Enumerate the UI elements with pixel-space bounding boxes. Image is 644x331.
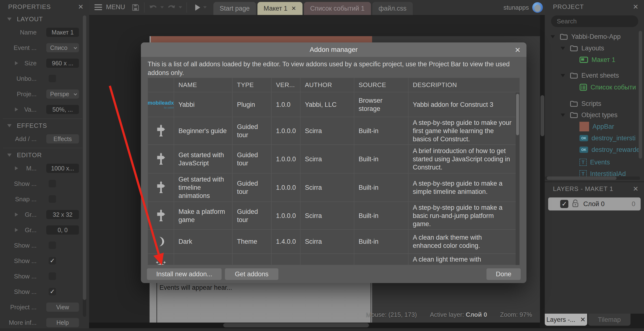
column-header[interactable]: SOURCE bbox=[354, 78, 408, 92]
addon-row[interactable]: Make a platform gameGuided tour1.0.0.0Sc… bbox=[148, 202, 520, 230]
addon-icon-cell: mobileadxby yabbi bbox=[148, 92, 174, 117]
unlock-icon[interactable] bbox=[572, 199, 579, 208]
property-value-field[interactable]: Макет 1 bbox=[46, 28, 79, 37]
undo-icon[interactable] bbox=[149, 4, 158, 12]
property-value-field[interactable]: 0, 0 bbox=[46, 225, 79, 235]
property-checkbox[interactable] bbox=[49, 272, 56, 280]
addon-row[interactable]: Beginner's guideGuided tour1.0.0.0Scirra… bbox=[148, 117, 520, 145]
addon-row[interactable]: Get started with JavaScriptGuided tour1.… bbox=[148, 145, 520, 174]
play-dropdown-icon[interactable] bbox=[203, 6, 207, 9]
column-header[interactable] bbox=[148, 78, 174, 92]
section-header-editor[interactable]: EDITOR bbox=[0, 149, 89, 161]
tab-start[interactable]: Start page bbox=[214, 2, 256, 15]
property-row: M...1000 x... bbox=[0, 161, 89, 176]
redo-icon[interactable] bbox=[167, 4, 176, 12]
property-dropdown[interactable]: Списо bbox=[46, 43, 79, 52]
addon-row[interactable]: mobileadxby yabbiYabbiPlugin1.0.0Yabbi, … bbox=[148, 92, 520, 117]
tab-layers[interactable]: Layers -... ✕ bbox=[545, 314, 587, 326]
property-row: Va...50%, ... bbox=[0, 102, 89, 117]
chevron-down-icon[interactable] bbox=[561, 74, 565, 77]
property-checkbox[interactable] bbox=[49, 195, 56, 203]
tree-item-макет-1[interactable]: Макет 1 bbox=[545, 55, 640, 65]
tree-item-destroy-intersti[interactable]: OKdestroy_intersti bbox=[545, 133, 640, 143]
chevron-down-icon[interactable] bbox=[561, 114, 565, 117]
status-active-layer: Active layer: Слой 0 bbox=[430, 311, 487, 318]
property-button-help[interactable]: Help bbox=[46, 318, 79, 327]
tree-item-destroy-rewarde[interactable]: OKdestroy_rewarde bbox=[545, 144, 640, 155]
play-icon[interactable] bbox=[194, 4, 201, 12]
tree-item-scripts[interactable]: Scripts bbox=[545, 98, 640, 109]
tree-item-event-sheets[interactable]: Event sheets bbox=[545, 70, 640, 81]
avatar[interactable] bbox=[532, 2, 543, 13]
column-header[interactable]: TYPE bbox=[233, 78, 272, 92]
undo-dropdown-icon[interactable] bbox=[160, 6, 164, 9]
property-checkbox[interactable] bbox=[49, 180, 56, 187]
chevron-down-icon[interactable] bbox=[561, 47, 565, 50]
property-value-field[interactable]: 32 x 32 bbox=[46, 210, 79, 219]
close-icon[interactable]: ✕ bbox=[292, 5, 296, 12]
user-box[interactable]: stunapps bbox=[503, 0, 543, 15]
column-header[interactable]: NAME bbox=[174, 78, 233, 92]
addon-cell: A clean dark theme with enhanced color c… bbox=[408, 230, 516, 253]
column-header[interactable]: VER... bbox=[272, 78, 300, 92]
tree-item-yabbi-demo-app[interactable]: Yabbi-Demo-App bbox=[545, 31, 640, 42]
redo-dropdown-icon[interactable] bbox=[179, 6, 182, 9]
search-input[interactable] bbox=[551, 16, 638, 27]
table-vscrollbar-thumb[interactable] bbox=[516, 94, 519, 135]
property-button-view[interactable]: View bbox=[46, 302, 79, 312]
tree-item-appbar[interactable]: AppBar bbox=[545, 121, 640, 132]
folder-icon bbox=[570, 72, 578, 79]
addon-manager-dialog: Addon manager ✕ This is a list of all ad… bbox=[141, 43, 526, 283]
addon-row[interactable]: DarkTheme1.4.0.0ScirraBuilt-inA clean da… bbox=[148, 230, 520, 254]
canvas-vscrollbar-track[interactable] bbox=[540, 15, 545, 328]
project-hscrollbar-thumb[interactable] bbox=[547, 176, 616, 180]
tab-css[interactable]: файл.css bbox=[372, 2, 413, 15]
canvas-hscrollbar-thumb[interactable] bbox=[223, 323, 369, 327]
layer-visibility-checkbox[interactable]: ✓ bbox=[560, 200, 568, 208]
addon-row[interactable]: A clean light theme with bbox=[148, 254, 520, 265]
tab-tilemap[interactable]: Tilemap bbox=[588, 314, 630, 326]
close-icon[interactable]: ✕ bbox=[78, 3, 84, 11]
menu-button[interactable]: MENU bbox=[94, 3, 125, 11]
close-icon[interactable]: ✕ bbox=[633, 3, 639, 11]
addon-row[interactable]: Get started with timeline animationsGuid… bbox=[148, 174, 520, 202]
property-value-field[interactable]: 50%, ... bbox=[46, 105, 79, 114]
save-icon[interactable] bbox=[131, 3, 140, 13]
get-addons-button[interactable]: Get addons bbox=[225, 268, 278, 280]
section-header-effects[interactable]: EFFECTS bbox=[0, 120, 89, 131]
tree-item-object-types[interactable]: Object types bbox=[545, 110, 640, 120]
chevron-down-icon[interactable] bbox=[550, 35, 555, 38]
canvas-vscrollbar-thumb[interactable] bbox=[540, 95, 544, 136]
property-value-field[interactable]: 960 x ... bbox=[46, 59, 79, 68]
column-header[interactable]: AUTHOR bbox=[300, 78, 354, 92]
close-icon[interactable]: ✕ bbox=[633, 185, 639, 193]
project-vscrollbar-thumb[interactable] bbox=[639, 31, 642, 159]
column-header[interactable]: DESCRIPTION bbox=[408, 78, 516, 92]
property-checkbox[interactable]: ✓ bbox=[49, 257, 56, 264]
property-checkbox[interactable]: ✓ bbox=[49, 288, 56, 295]
property-label: Va... bbox=[0, 102, 36, 117]
dialog-titlebar[interactable]: Addon manager ✕ bbox=[141, 43, 526, 57]
status-zoom: Zoom: 97% bbox=[500, 311, 532, 318]
property-checkbox[interactable] bbox=[49, 75, 56, 82]
property-checkbox[interactable] bbox=[49, 242, 56, 249]
tree-item-layouts[interactable]: Layouts bbox=[545, 43, 640, 54]
tree-item-список-событи[interactable]: Список событи bbox=[545, 82, 640, 93]
section-header-layout[interactable]: LAYOUT bbox=[0, 14, 89, 25]
tree-item-events[interactable]: TEvents bbox=[545, 157, 640, 168]
property-label: Snap ... bbox=[0, 191, 36, 207]
property-value-field[interactable]: 1000 x... bbox=[46, 164, 79, 173]
install-new-addon-button[interactable]: Install new addon... bbox=[147, 268, 222, 280]
close-icon[interactable]: ✕ bbox=[580, 316, 586, 323]
properties-scrollbar-thumb[interactable] bbox=[83, 16, 86, 300]
done-button[interactable]: Done bbox=[486, 268, 521, 280]
document-tabs: Start pageМакет 1✕Список событий 1файл.c… bbox=[214, 2, 413, 15]
close-icon[interactable]: ✕ bbox=[515, 46, 521, 54]
property-dropdown[interactable]: Perspe bbox=[46, 89, 79, 99]
ok-button-icon: OK bbox=[580, 147, 588, 153]
addon-cell: Guided tour bbox=[233, 117, 272, 144]
property-button-effects[interactable]: Effects bbox=[46, 134, 79, 143]
tab-events[interactable]: Список событий 1 bbox=[304, 2, 371, 15]
tab-layout[interactable]: Макет 1✕ bbox=[258, 2, 302, 15]
layer-row[interactable]: ✓ Слой 0 0 bbox=[548, 197, 641, 210]
